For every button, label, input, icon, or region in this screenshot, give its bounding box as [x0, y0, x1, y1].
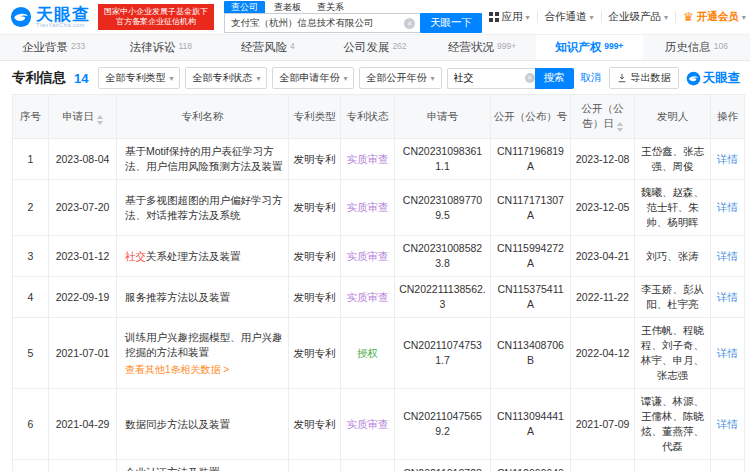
table-header-row: 序号 申请日 专利名称 专利类型 专利状态 申请号 公开（公布）号 公开（公告）… — [13, 95, 745, 139]
nav-tab-development[interactable]: 公司发展 262 — [321, 35, 428, 60]
apply-date-cell: 2023-01-12 — [49, 236, 117, 277]
table-row: 12023-08-04基于Motif保持的用户表征学习方法、用户信用风险预测方法… — [13, 139, 745, 180]
nav-tab-label: 知识产权 — [555, 40, 601, 55]
nav-tab-operating[interactable]: 经营状况 999+ — [429, 35, 536, 60]
apply-date-cell: 2022-09-19 — [49, 277, 117, 318]
export-data-button[interactable]: 导出数据 — [609, 67, 679, 89]
patent-name: 服务推荐方法以及装置 — [125, 290, 284, 305]
apps-grid-icon — [489, 12, 499, 22]
nav-tab-history[interactable]: 历史信息 106 — [643, 35, 750, 60]
header-publication-date[interactable]: 公开（公告）日 — [571, 95, 635, 139]
filter-apply-year[interactable]: 全部申请年份 ▾ — [272, 67, 354, 89]
search-now-button[interactable]: 天眼一下 — [420, 13, 482, 33]
application-no-cell: CN202110747531.7 — [395, 318, 491, 389]
inventors-cell: 谭谦、林源、王儒林、陈晓炫、董燕萍、代磊 — [635, 389, 711, 460]
keyword-highlight: 社交 — [125, 250, 146, 262]
detail-link[interactable]: 详情 — [717, 201, 738, 213]
clear-input-icon[interactable]: × — [404, 18, 415, 29]
patent-name-text: 服务推荐方法以及装置 — [125, 291, 230, 303]
publication-date-cell: 2022-11-22 — [571, 277, 635, 318]
detail-link[interactable]: 详情 — [717, 291, 738, 303]
table-row: 42022-09-19服务推荐方法以及装置发明专利实质审查CN202211138… — [13, 277, 745, 318]
patent-name-cell: 基于Motif保持的用户表征学习方法、用户信用风险预测方法及装置 — [117, 139, 289, 180]
action-cell: 详情 — [711, 277, 745, 318]
logo-subtext: TianYanCha.com — [36, 22, 90, 28]
nav-tab-label: 公司发展 — [343, 40, 389, 55]
status-badge: 实质审查 — [347, 250, 389, 262]
tab-search-company[interactable]: 查公司 — [224, 1, 265, 13]
patent-status-cell: 实质审查 — [341, 139, 395, 180]
nav-tab-label: 企业背景 — [22, 40, 68, 55]
tab-search-boss[interactable]: 查老板 — [267, 1, 308, 13]
table-row: 32023-01-12社交关系处理方法及装置发明专利实质审查CN20231008… — [13, 236, 745, 277]
application-no-cell: CN202110187281.6 — [395, 460, 491, 471]
apply-date-cell: 2021-02-18 — [49, 460, 117, 471]
company-search-input[interactable] — [224, 13, 420, 33]
action-cell: 详情 — [711, 389, 745, 460]
sort-icon[interactable] — [97, 115, 103, 125]
nav-tab-background[interactable]: 企业背景 233 — [0, 35, 107, 60]
publication-no-cell: CN113408706B — [491, 318, 571, 389]
patent-name-text: 基于多视图超图的用户偏好学习方法、对话推荐方法及系统 — [125, 194, 283, 221]
banner-line1: 国家中小企业发展子基金旗下 — [104, 7, 208, 17]
publication-date-cell: 2021-07-09 — [571, 389, 635, 460]
keyword-search-button[interactable]: 搜索 — [535, 68, 574, 89]
nav-tab-lawsuits[interactable]: 法律诉讼 118 — [107, 35, 214, 60]
nav-tab-risk[interactable]: 经营风险 4 — [214, 35, 321, 60]
application-no-cell: CN202310983611.1 — [395, 139, 491, 180]
status-badge: 实质审查 — [347, 291, 389, 303]
menu-cooperation-label: 合作通道 — [545, 10, 587, 24]
header-inventors: 发明人 — [635, 95, 711, 139]
menu-apps[interactable]: 应用 ▾ — [482, 10, 537, 24]
publication-date-cell: 2023-12-05 — [571, 180, 635, 236]
apply-date-cell: 2023-07-20 — [49, 180, 117, 236]
related-data-link[interactable]: 查看其他1条相关数据 > — [125, 362, 284, 377]
publication-no-cell: CN117196819A — [491, 139, 571, 180]
inventors-cell: 王岱鑫、张志强、周俊 — [635, 139, 711, 180]
menu-vip[interactable]: ♛ 开通会员 ▾ — [676, 10, 750, 24]
filter-patent-status[interactable]: 全部专利状态 ▾ — [185, 67, 267, 89]
patent-name-cell: 企业认证方法及装置查看其他1条相关数据 > — [117, 460, 289, 471]
detail-link[interactable]: 详情 — [717, 250, 738, 262]
section-nav: 企业背景 233 法律诉讼 118 经营风险 4 公司发展 262 经营状况 9… — [0, 34, 750, 61]
filter-patent-type[interactable]: 全部专利类型 ▾ — [98, 67, 180, 89]
patent-type-cell: 发明专利 — [289, 460, 341, 471]
watermark-logo: 天眼查 — [686, 70, 741, 87]
publication-date-cell: 2023-12-08 — [571, 139, 635, 180]
patent-filter-bar: 专利信息 14 全部专利类型 ▾ 全部专利状态 ▾ 全部申请年份 ▾ 全部公开年… — [0, 61, 750, 94]
status-badge: 实质审查 — [347, 201, 389, 213]
top-search: 查公司 查老板 查关系 × 天眼一下 — [224, 1, 482, 33]
filter-label: 全部专利类型 — [105, 71, 165, 85]
watermark-logo-text: 天眼查 — [703, 70, 741, 87]
publication-no-cell: CN117171307A — [491, 180, 571, 236]
patent-status-cell: 授权 — [341, 460, 395, 471]
menu-cooperation[interactable]: 合作通道 ▾ — [538, 10, 601, 24]
header-apply-date[interactable]: 申请日 — [49, 95, 117, 139]
status-badge: 实质审查 — [347, 153, 389, 165]
patent-status-cell: 实质审查 — [341, 277, 395, 318]
patent-table: 序号 申请日 专利名称 专利类型 专利状态 申请号 公开（公布）号 公开（公告）… — [12, 94, 745, 471]
filter-label: 全部公开年份 — [366, 71, 426, 85]
tianyancha-logo[interactable]: 天眼查 TianYanCha.com — [10, 6, 90, 28]
clear-keyword-icon[interactable]: × — [525, 73, 535, 83]
serial-cell: 4 — [13, 277, 49, 318]
nav-tab-count: 106 — [714, 41, 728, 51]
detail-link[interactable]: 详情 — [717, 347, 738, 359]
cancel-search-link[interactable]: 取消 — [581, 71, 602, 85]
header-publication-no: 公开（公布）号 — [491, 95, 571, 139]
sort-icon[interactable] — [617, 122, 623, 132]
action-cell: 详情 — [711, 139, 745, 180]
patent-type-cell: 发明专利 — [289, 389, 341, 460]
header-patent-type: 专利类型 — [289, 95, 341, 139]
detail-link[interactable]: 详情 — [717, 418, 738, 430]
chevron-down-icon: ▾ — [742, 13, 746, 22]
menu-enterprise[interactable]: 企业级产品 ▾ — [602, 10, 676, 24]
tab-search-relation[interactable]: 查关系 — [310, 1, 351, 13]
tianyancha-logo-icon — [10, 6, 32, 28]
chevron-down-icon: ▾ — [430, 74, 434, 83]
download-icon — [617, 73, 627, 83]
filter-publish-year[interactable]: 全部公开年份 ▾ — [359, 67, 441, 89]
publication-no-cell: CN115375411A — [491, 277, 571, 318]
detail-link[interactable]: 详情 — [717, 153, 738, 165]
nav-tab-intellectual-property[interactable]: 知识产权 999+ — [536, 35, 643, 60]
